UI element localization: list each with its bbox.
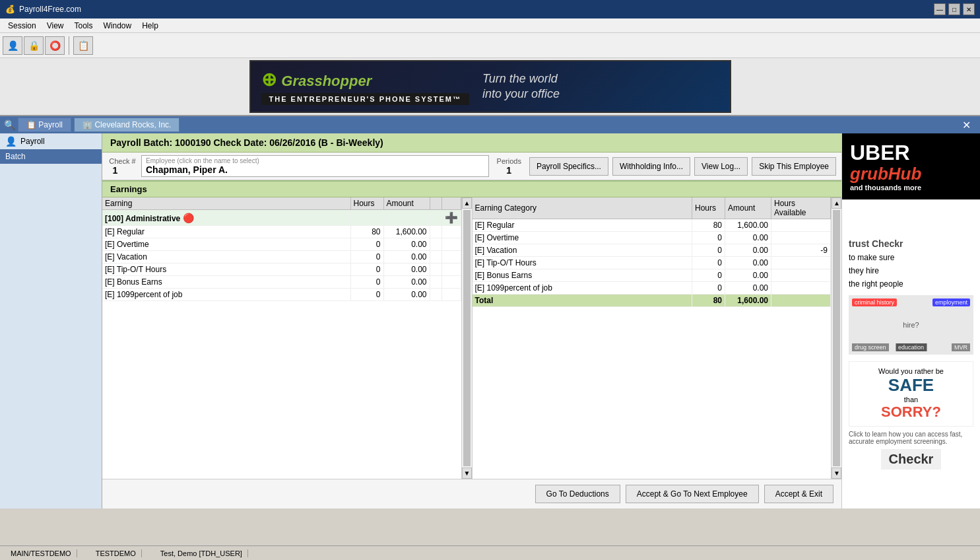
toolbar-btn-1[interactable]: 👤 [3,36,22,55]
employee-box[interactable]: Employee (click on the name to select) C… [141,155,489,177]
earnings-left-table: Earning Hours Amount [102,197,461,301]
table-row: [E] Regular 80 1,600.00 [102,226,461,238]
menu-session[interactable]: Session [3,20,42,32]
col-add [441,197,461,210]
toolbar-btn-4[interactable]: 📋 [73,36,93,55]
view-log-button[interactable]: View Log... [694,157,748,176]
earnings-right-panel: Earning Category Hours Amount Hours Avai… [473,197,842,479]
nav-tab-company[interactable]: 🏢 Cleveland Rocks, Inc. [74,118,180,132]
accept-exit-button[interactable]: Accept & Exit [764,485,833,503]
payroll-specifics-button[interactable]: Payroll Specifics... [529,157,608,176]
sidebar-item-batch[interactable]: Batch [0,149,102,164]
menu-help[interactable]: Help [137,20,164,32]
col-earning-cat: Earning Category [473,197,692,219]
total-hours: 80 [692,295,725,307]
checkr-hire: they hire [849,266,973,275]
grubhub-text: grubHub [850,164,972,184]
payroll-icon: 👤 [5,136,16,147]
maximize-button[interactable]: □ [948,3,960,15]
banner: ⊕ Grasshopper THE ENTREPRENEUR'S PHONE S… [0,58,980,116]
toolbar-btn-3[interactable]: ⭕ [45,36,65,55]
checkr-right: the right people [849,279,973,289]
content: Payroll Batch: 1000190 Check Date: 06/26… [102,133,841,508]
table-row-category: [100] Administrative 🔴 ➕ [102,210,461,226]
nav-close-button[interactable]: ✕ [957,119,976,131]
category-add[interactable]: ➕ [441,210,461,226]
scroll-down-right[interactable]: ▼ [832,468,841,479]
col-r-avail: Hours Available [771,197,831,219]
close-button[interactable]: ✕ [963,3,975,15]
skip-employee-button[interactable]: Skip This Employee [752,157,836,176]
title-bar-controls: — □ ✕ [934,3,975,15]
menu-view[interactable]: View [42,20,69,32]
col-earning: Earning [102,197,350,210]
status-testdemo: TESTDEMO [90,549,142,557]
withholding-info-button[interactable]: Withholding Info... [612,157,690,176]
category-name: [100] Administrative 🔴 [102,210,350,226]
toolbar: 👤 🔒 ⭕ 📋 [0,33,980,58]
total-label: Total [473,295,692,307]
app-title: Payroll4Free.com [19,5,81,14]
total-amount: 1,600.00 [725,295,771,307]
main-layout: 👤 Payroll Batch Payroll Batch: 1000190 C… [0,133,980,508]
table-row: [E] Overtime 0 0.00 [473,232,831,244]
checkr-make: to make sure [849,253,973,262]
earnings-left-panel: Earning Hours Amount [102,197,473,479]
title-bar-left: 💰 Payroll4Free.com [5,5,81,14]
col-hours: Hours [350,197,383,210]
sidebar-item-payroll[interactable]: 👤 Payroll [0,133,102,149]
col-amount: Amount [383,197,430,210]
delete-icon[interactable]: 🔴 [183,213,194,223]
menu-window[interactable]: Window [98,20,137,32]
go-to-deductions-button[interactable]: Go To Deductions [535,485,620,503]
nav-bar: 🔍 📋 Payroll 🏢 Cleveland Rocks, Inc. ✕ [0,116,980,133]
accept-next-button[interactable]: Accept & Go To Next Employee [626,485,759,503]
table-row: [E] Tip-O/T Hours 0 0.00 [102,263,461,276]
table-row: [E] Vacation 0 0.00 -9 [473,244,831,257]
earnings-section: Earnings Earning Hours Amount [102,180,841,479]
safe-sorry-panel: Would you rather be SAFE than SORRY? [849,361,973,427]
ad-uber[interactable]: UBER grubHub and thousands more [842,133,980,199]
earnings-right-table: Earning Category Hours Amount Hours Avai… [473,197,832,307]
table-row: [E] 1099percent of job 0 0.00 [102,289,461,301]
employee-row: Check # 1 Employee (click on the name to… [102,153,841,180]
periods-box: Periods 1 [497,157,521,176]
scroll-down-left[interactable]: ▼ [462,468,472,479]
menu-bar: Session View Tools Window Help [0,18,980,33]
checkr-logo[interactable]: Checkr [881,449,942,470]
ad-panel: UBER grubHub and thousands more trust Ch… [841,133,980,508]
and-more-text: and thousands more [850,184,972,192]
company-tab-icon: 🏢 [82,120,92,129]
banner-logo: ⊕ Grasshopper [261,69,372,90]
col-r-hours: Hours [692,197,725,219]
app-icon: 💰 [5,5,15,14]
banner-content[interactable]: ⊕ Grasshopper THE ENTREPRENEUR'S PHONE S… [249,60,731,113]
minimize-button[interactable]: — [934,3,946,15]
category-del [430,210,441,226]
table-row: [E] Vacation 0 0.00 [102,251,461,263]
ad-checkr[interactable]: trust Checkr to make sure they hire the … [842,199,980,508]
bottom-bar: Go To Deductions Accept & Go To Next Emp… [102,479,841,508]
uber-text: UBER [850,141,972,164]
scroll-up-right[interactable]: ▲ [832,197,841,209]
search-icon[interactable]: 🔍 [4,120,15,130]
sidebar: 👤 Payroll Batch [0,133,102,508]
table-row: [E] Regular 80 1,600.00 [473,219,831,232]
title-bar: 💰 Payroll4Free.com — □ ✕ [0,0,980,18]
col-del [430,197,441,210]
menu-tools[interactable]: Tools [69,20,98,32]
nav-tab-payroll[interactable]: 📋 Payroll [18,118,71,132]
table-row: [E] Tip-O/T Hours 0 0.00 [473,257,831,269]
scroll-up-left[interactable]: ▲ [462,197,472,209]
earnings-title: Earnings [102,180,841,197]
toolbar-btn-2[interactable]: 🔒 [24,36,44,55]
category-amount [383,210,430,226]
check-number: 1 [113,165,133,176]
category-hours [350,210,383,226]
status-main: MAIN/TESTDEMO [5,549,77,557]
status-user: Test, Demo [TDH_USER] [155,549,248,557]
col-r-amount: Amount [725,197,771,219]
table-row: [E] Overtime 0 0.00 [102,238,461,251]
click-learn-text: Click to learn how you can access fast, … [849,431,973,445]
total-row: Total 80 1,600.00 [473,295,831,307]
